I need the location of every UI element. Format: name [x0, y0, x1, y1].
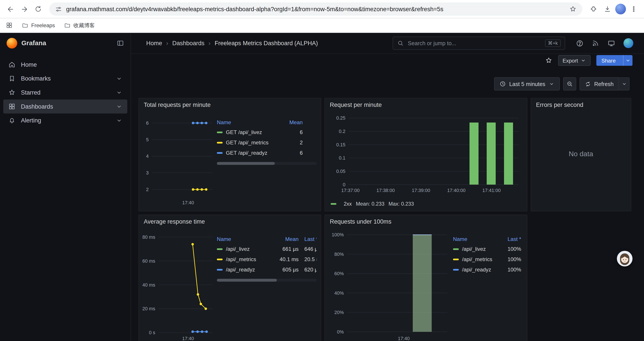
export-label: Export: [562, 57, 578, 63]
panel-title[interactable]: Average response time: [144, 218, 205, 225]
series-name[interactable]: GET /api/_livez: [226, 129, 283, 135]
chevron-down-icon[interactable]: [116, 89, 122, 96]
url-text[interactable]: grafana.mathmast.com/d/deytv4rwavabkb/fr…: [66, 6, 565, 12]
bell-icon: [8, 117, 16, 124]
share-menu-caret[interactable]: [623, 55, 632, 66]
under-100ms-chart[interactable]: 100%80%60%40%20%0%17:40: [328, 229, 451, 341]
average-response-chart[interactable]: 80 ms60 ms40 ms20 ms0 s17:40: [142, 229, 216, 341]
svg-text:20%: 20%: [334, 310, 344, 315]
sidebar-item-home[interactable]: Home: [3, 58, 127, 72]
browser-menu-icon[interactable]: [628, 3, 640, 15]
sidebar-item-starred[interactable]: Starred: [3, 86, 127, 100]
legend-header-name[interactable]: Name: [453, 236, 502, 242]
legend-table: Name Last * /api/_livez 100% /api/_metri…: [453, 234, 521, 274]
panel-title[interactable]: Total requests per minute: [144, 102, 211, 108]
folder-icon: [22, 22, 28, 29]
legend-scrollbar[interactable]: [217, 162, 316, 165]
avatar-image: [618, 252, 632, 266]
back-button[interactable]: [4, 3, 16, 15]
assistant-avatar[interactable]: [617, 251, 632, 266]
star-icon: [8, 89, 16, 96]
svg-text:0.2: 0.2: [339, 129, 346, 134]
chevron-down-icon: [625, 58, 631, 63]
scrollbar-thumb[interactable]: [217, 279, 277, 281]
legend-row: /api/_livez 100%: [453, 244, 521, 254]
apps-grid-icon[interactable]: [6, 22, 13, 29]
series-mean: 2: [283, 139, 303, 146]
series-max: Max: 0.233: [388, 201, 414, 207]
legend-scrollbar[interactable]: [217, 279, 316, 281]
svg-text:17:38:00: 17:38:00: [376, 188, 395, 193]
svg-text:0%: 0%: [337, 329, 344, 335]
series-name[interactable]: GET /api/_metrics: [226, 139, 283, 146]
legend-header-name[interactable]: Name: [217, 119, 283, 125]
panel-title[interactable]: Request per minute: [330, 102, 382, 108]
zoom-out-icon: [566, 81, 573, 87]
series-name[interactable]: /api/_metrics: [462, 256, 502, 262]
panel-title[interactable]: Requests under 100ms: [330, 218, 392, 225]
series-name[interactable]: 2xx: [344, 201, 352, 207]
chevron-down-icon[interactable]: [116, 103, 122, 110]
news-rss-icon[interactable]: [592, 40, 599, 47]
series-swatch: [217, 152, 222, 153]
search-input[interactable]: [407, 40, 542, 47]
downloads-icon[interactable]: [601, 3, 614, 15]
request-per-minute-chart[interactable]: 0.250.20.150.10.05017:37:0017:38:0017:39…: [328, 112, 524, 195]
svg-text:0.15: 0.15: [336, 142, 346, 147]
grafana-logo[interactable]: [6, 38, 17, 49]
refresh-button[interactable]: Refresh: [579, 77, 619, 90]
legend-header-mean[interactable]: Mean: [283, 119, 303, 125]
sidebar-item-dashboards[interactable]: Dashboards: [3, 99, 127, 113]
bookmark-folder-blogs[interactable]: 收藏博客: [64, 22, 95, 29]
svg-text:0: 0: [343, 182, 346, 187]
series-name[interactable]: /api/_metrics: [226, 256, 279, 262]
series-mean: 40.1 ms: [279, 256, 298, 262]
scrollbar-thumb[interactable]: [217, 162, 275, 165]
chevron-down-icon[interactable]: [116, 117, 122, 124]
legend-inline: 2xx Mean: 0.233 Max: 0.233: [330, 201, 414, 207]
legend-row: /api/_metrics 100%: [453, 254, 521, 264]
legend-header-last[interactable]: Last *: [304, 236, 316, 242]
refresh-interval-caret[interactable]: [619, 77, 630, 90]
sidebar-toggle-icon[interactable]: [116, 40, 124, 47]
zoom-out-button[interactable]: [563, 77, 576, 90]
bookmark-star-icon[interactable]: [569, 5, 577, 13]
total-requests-chart[interactable]: 6543217:40: [142, 112, 216, 207]
legend-header-mean[interactable]: Mean: [279, 236, 298, 242]
panel-title[interactable]: Errors per second: [536, 102, 583, 108]
series-name[interactable]: /api/_livez: [226, 246, 279, 252]
extensions-icon[interactable]: [587, 3, 600, 15]
series-name[interactable]: /api/_livez: [462, 246, 502, 252]
help-icon[interactable]: [576, 39, 584, 47]
forward-button[interactable]: [18, 3, 30, 15]
legend-row: GET /api/_readyz 6: [217, 148, 316, 158]
time-range-picker[interactable]: Last 5 minutes: [494, 77, 560, 90]
display-icon[interactable]: [608, 39, 615, 47]
search-box[interactable]: ⌘+k: [392, 37, 565, 50]
clock-icon: [499, 81, 506, 87]
url-bar[interactable]: grafana.mathmast.com/d/deytv4rwavabkb/fr…: [49, 3, 582, 16]
export-button[interactable]: Export: [558, 55, 591, 66]
series-mean: 6: [283, 129, 303, 135]
series-name[interactable]: GET /api/_readyz: [226, 150, 283, 156]
breadcrumb-home[interactable]: Home: [146, 40, 162, 47]
site-info-icon[interactable]: [55, 6, 62, 13]
chevron-down-icon[interactable]: [116, 75, 122, 82]
series-name[interactable]: /api/_readyz: [226, 266, 279, 272]
svg-text:17:37:00: 17:37:00: [341, 188, 360, 193]
breadcrumb-dashboards[interactable]: Dashboards: [172, 40, 204, 47]
legend-header-last[interactable]: Last *: [502, 236, 521, 242]
reload-button[interactable]: [32, 3, 44, 15]
legend-header-name[interactable]: Name: [217, 236, 279, 242]
series-last: 100%: [502, 246, 521, 252]
legend-row: GET /api/_livez 6: [217, 127, 316, 137]
sidebar-item-bookmarks[interactable]: Bookmarks: [3, 72, 127, 86]
browser-profile-avatar[interactable]: [615, 4, 626, 15]
svg-text:17:40:00: 17:40:00: [447, 188, 466, 193]
favorite-star-icon[interactable]: [545, 57, 552, 64]
share-main-button[interactable]: Share: [596, 55, 620, 66]
series-name[interactable]: /api/_readyz: [462, 266, 502, 272]
sidebar-item-alerting[interactable]: Alerting: [3, 113, 127, 128]
bookmark-folder-freeleaps[interactable]: Freeleaps: [22, 22, 55, 29]
user-avatar[interactable]: [624, 38, 633, 48]
